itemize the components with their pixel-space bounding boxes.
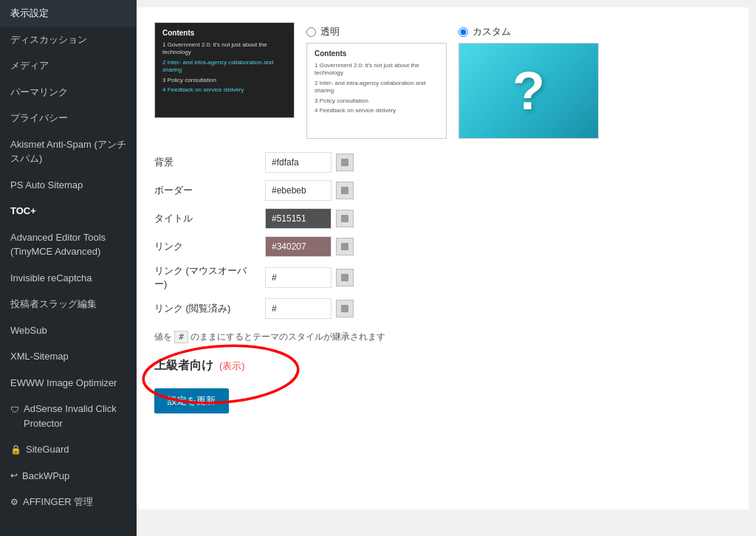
- link-hover-label: リンク (マウスオーバー): [154, 264, 258, 291]
- custom-preview-box: ?: [458, 43, 599, 139]
- sidebar-item-privacy[interactable]: プライバシー: [0, 105, 137, 131]
- eyedropper-icon-link-hover: [340, 272, 350, 283]
- siteguard-icon: 🔒: [10, 443, 21, 456]
- link-swatch-btn[interactable]: [336, 238, 354, 255]
- sidebar-item-adsense[interactable]: 🛡 AdSense Invalid Click Protector: [0, 396, 137, 436]
- transparent-radio-label[interactable]: 透明: [306, 25, 340, 38]
- backwpup-icon: ↩: [10, 469, 18, 482]
- eyedropper-icon-link: [340, 241, 350, 252]
- border-color-input[interactable]: [265, 180, 331, 201]
- svg-rect-2: [341, 215, 348, 222]
- advanced-heading: 上級者向け (表示): [154, 358, 245, 374]
- link-visited-swatch-btn[interactable]: [336, 300, 354, 317]
- transparent-line-2: 2 Inter- and intra-agency collaboration …: [315, 80, 439, 95]
- eyedropper-icon-link-visited: [340, 303, 350, 314]
- transparent-preview-box: Contents 1 Government 2.0: it's not just…: [306, 43, 447, 139]
- link-hover-input-wrap: [265, 267, 354, 288]
- dark-preview-line-4: 4 Feedback on service delivery: [162, 86, 286, 94]
- title-color-input[interactable]: [265, 208, 331, 229]
- sidebar-item-affinger[interactable]: ⚙ AFFINGER 管理: [0, 489, 137, 515]
- color-row-link-hover: リンク (マウスオーバー): [154, 264, 731, 291]
- sidebar-item-media[interactable]: メディア: [0, 52, 137, 79]
- title-input-wrap: [265, 208, 354, 229]
- title-label: タイトル: [154, 212, 258, 225]
- color-row-background: 背景: [154, 152, 731, 173]
- link-visited-input-wrap: [265, 298, 354, 319]
- transparent-line-1: 1 Government 2.0: it's not just about th…: [315, 62, 439, 78]
- color-row-border: ボーダー: [154, 180, 731, 201]
- border-swatch-btn[interactable]: [336, 182, 354, 199]
- dark-preview-line-2: 2 Inter- and intra-agency collaboration …: [162, 59, 286, 75]
- advanced-show-link[interactable]: (表示): [219, 360, 245, 373]
- gear-icon: ⚙: [10, 495, 18, 509]
- sidebar-item-toc-plus[interactable]: TOC+: [0, 198, 137, 224]
- color-settings: 背景 ボーダー タイトル: [154, 152, 731, 319]
- svg-rect-5: [341, 305, 348, 312]
- dark-preview-line-3: 3 Policy consultation: [162, 77, 286, 84]
- advanced-section: 上級者向け (表示): [154, 358, 731, 374]
- content-area: Contents 1 Government 2.0: it's not just…: [137, 7, 749, 509]
- transparent-line-3: 3 Policy consultation: [315, 97, 439, 105]
- dark-preview-option: Contents 1 Government 2.0: it's not just…: [154, 22, 295, 118]
- sidebar-item-backwpup[interactable]: ↩ BackWPup: [0, 463, 137, 489]
- background-color-input[interactable]: [265, 152, 331, 173]
- sidebar-item-advanced-editor[interactable]: Advanced Editor Tools (TinyMCE Advanced): [0, 224, 137, 265]
- link-visited-label: リンク (閲覧済み): [154, 302, 258, 315]
- sidebar-item-invisible-recaptcha[interactable]: Invisible reCaptcha: [0, 265, 137, 292]
- advanced-label: 上級者向け: [154, 358, 213, 374]
- color-row-link-visited: リンク (閲覧済み): [154, 298, 731, 319]
- custom-radio[interactable]: [458, 27, 468, 37]
- custom-radio-label[interactable]: カスタム: [458, 25, 511, 38]
- transparent-option: 透明 Contents 1 Government 2.0: it's not j…: [306, 25, 447, 139]
- border-label: ボーダー: [154, 184, 258, 197]
- sidebar-item-display-settings[interactable]: 表示設定: [0, 0, 137, 27]
- svg-rect-1: [341, 187, 348, 194]
- border-input-wrap: [265, 180, 354, 201]
- dark-preview-line-1: 1 Government 2.0: it's not just about th…: [162, 41, 286, 57]
- eyedropper-icon-border: [340, 185, 350, 196]
- sidebar-item-permalink[interactable]: パーマリンク: [0, 79, 137, 106]
- sidebar-item-ewww[interactable]: EWWW Image Optimizer: [0, 370, 137, 396]
- color-row-link: リンク: [154, 236, 731, 257]
- background-label: 背景: [154, 156, 258, 169]
- sidebar: 表示設定 ディスカッション メディア パーマリンク プライバシー Akismet…: [0, 0, 137, 536]
- sidebar-item-author-slug[interactable]: 投稿者スラッグ編集: [0, 291, 137, 317]
- sidebar-item-siteguard[interactable]: 🔒 SiteGuard: [0, 436, 137, 463]
- transparent-label: 透明: [320, 25, 340, 38]
- sidebar-item-discussion[interactable]: ディスカッション: [0, 27, 137, 53]
- svg-rect-0: [341, 159, 348, 166]
- link-hover-color-input[interactable]: [265, 267, 331, 288]
- question-mark-icon: ?: [512, 61, 545, 121]
- hint-text: 値を # のままにするとテーマのスタイルが継承されます: [154, 331, 731, 343]
- theme-options-row: Contents 1 Government 2.0: it's not just…: [154, 22, 731, 139]
- link-hover-swatch-btn[interactable]: [336, 269, 354, 286]
- hash-symbol: #: [174, 331, 188, 343]
- dark-preview-box: Contents 1 Government 2.0: it's not just…: [154, 22, 295, 118]
- svg-rect-4: [341, 274, 348, 281]
- sidebar-item-websub[interactable]: WebSub: [0, 317, 137, 344]
- transparent-preview-title: Contents: [315, 49, 439, 58]
- color-row-title: タイトル: [154, 208, 731, 229]
- svg-rect-3: [341, 243, 348, 250]
- link-visited-color-input[interactable]: [265, 298, 331, 319]
- custom-label: カスタム: [472, 25, 511, 38]
- sidebar-item-ps-auto-sitemap[interactable]: PS Auto Sitemap: [0, 172, 137, 199]
- background-swatch-btn[interactable]: [336, 154, 354, 171]
- transparent-radio[interactable]: [306, 27, 316, 37]
- custom-option: カスタム ?: [458, 25, 599, 139]
- main-content: Contents 1 Government 2.0: it's not just…: [137, 0, 756, 536]
- dark-preview-title: Contents: [162, 29, 286, 37]
- shield-icon: 🛡: [10, 403, 19, 416]
- title-swatch-btn[interactable]: [336, 210, 354, 227]
- sidebar-item-akismet[interactable]: Akismet Anti-Spam (アンチスパム): [0, 131, 137, 172]
- eyedropper-icon-title: [340, 213, 350, 224]
- background-input-wrap: [265, 152, 354, 173]
- transparent-line-4: 4 Feedback on service delivery: [315, 107, 439, 114]
- sidebar-item-xml-sitemap[interactable]: XML-Sitemap: [0, 343, 137, 370]
- link-input-wrap: [265, 236, 354, 257]
- link-label: リンク: [154, 240, 258, 253]
- eyedropper-icon: [340, 157, 350, 168]
- save-button[interactable]: 設定を更新: [154, 388, 229, 413]
- link-color-input[interactable]: [265, 236, 331, 257]
